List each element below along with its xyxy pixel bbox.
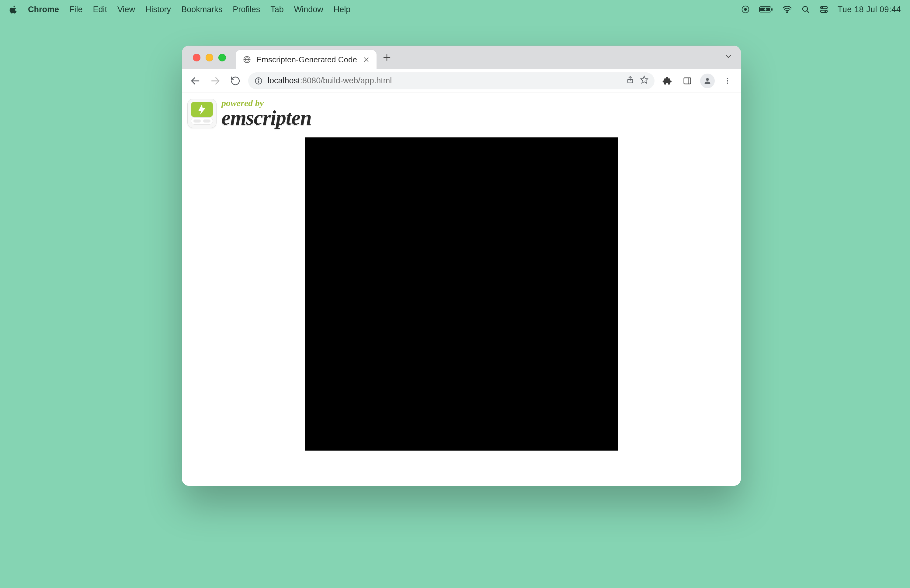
nav-forward-button[interactable] [208, 74, 223, 88]
menubar-clock[interactable]: Tue 18 Jul 09:44 [837, 5, 901, 14]
svg-point-21 [258, 79, 259, 80]
page-content: powered by emscripten x="0" y="0" width=… [182, 92, 741, 486]
spotlight-icon[interactable] [801, 5, 810, 14]
wifi-icon[interactable] [782, 5, 792, 14]
menu-file[interactable]: File [70, 5, 83, 14]
macos-menubar: Chrome File Edit View History Bookmarks … [0, 0, 910, 19]
svg-rect-24 [684, 78, 691, 84]
menu-profiles[interactable]: Profiles [233, 5, 260, 14]
svg-point-29 [727, 82, 728, 84]
omnibox-actions [626, 75, 648, 86]
bookmark-star-icon[interactable] [640, 75, 648, 86]
extensions-icon[interactable] [660, 74, 675, 88]
profile-avatar-icon[interactable] [700, 74, 715, 88]
window-minimize-button[interactable] [205, 54, 213, 61]
svg-point-1 [744, 8, 747, 11]
svg-point-26 [706, 78, 709, 81]
battery-icon[interactable] [759, 6, 773, 13]
emscripten-brand: emscripten [221, 106, 312, 130]
url-host: localhost [268, 76, 300, 85]
menu-window[interactable]: Window [294, 5, 323, 14]
webgl-canvas[interactable]: x="0" y="0" width="100" height="100" fil… [305, 137, 618, 451]
emscripten-logo-icon [187, 99, 217, 128]
site-info-icon[interactable] [254, 77, 263, 85]
nav-reload-button[interactable] [228, 74, 243, 88]
chrome-toolbar: localhost:8080/build-web/app.html [182, 69, 741, 92]
side-panel-icon[interactable] [680, 74, 695, 88]
nav-back-button[interactable] [188, 74, 202, 88]
menu-history[interactable]: History [145, 5, 171, 14]
chrome-tabstrip: Emscripten-Generated Code [182, 45, 741, 69]
menu-edit[interactable]: Edit [93, 5, 107, 14]
window-close-button[interactable] [193, 54, 200, 61]
svg-rect-32 [194, 120, 201, 123]
chrome-menu-icon[interactable] [720, 74, 735, 88]
share-icon[interactable] [626, 75, 634, 86]
address-bar[interactable]: localhost:8080/build-web/app.html [248, 73, 655, 89]
browser-tab-active[interactable]: Emscripten-Generated Code [236, 50, 377, 69]
new-tab-button[interactable] [380, 51, 394, 64]
menubar-left: Chrome File Edit View History Bookmarks … [9, 5, 351, 14]
window-zoom-button[interactable] [218, 54, 226, 61]
svg-line-7 [807, 11, 809, 13]
tab-title: Emscripten-Generated Code [256, 55, 357, 65]
menu-bookmarks[interactable]: Bookmarks [181, 5, 222, 14]
apple-logo-icon[interactable] [9, 5, 18, 14]
url-path: :8080/build-web/app.html [300, 76, 392, 85]
tab-close-icon[interactable] [362, 55, 370, 64]
svg-point-5 [787, 12, 787, 13]
menu-view[interactable]: View [117, 5, 135, 14]
menubar-right: Tue 18 Jul 09:44 [741, 5, 901, 14]
globe-icon [242, 55, 252, 64]
svg-point-28 [727, 80, 728, 81]
menu-help[interactable]: Help [334, 5, 351, 14]
chrome-window: Emscripten-Generated Code localho [182, 45, 741, 486]
svg-point-9 [822, 7, 823, 8]
screen-record-icon[interactable] [741, 5, 750, 14]
window-controls [187, 54, 231, 61]
emscripten-title: powered by emscripten [221, 97, 312, 130]
svg-rect-3 [771, 8, 773, 11]
address-bar-url: localhost:8080/build-web/app.html [268, 76, 392, 86]
svg-point-11 [825, 11, 826, 12]
emscripten-header: powered by emscripten [182, 92, 741, 130]
menubar-app-name[interactable]: Chrome [28, 5, 59, 14]
svg-marker-23 [640, 76, 648, 83]
menu-tab[interactable]: Tab [270, 5, 284, 14]
svg-point-27 [727, 78, 728, 79]
svg-rect-33 [203, 120, 210, 123]
control-center-icon[interactable] [819, 5, 829, 14]
tab-overflow-button[interactable] [724, 52, 733, 63]
